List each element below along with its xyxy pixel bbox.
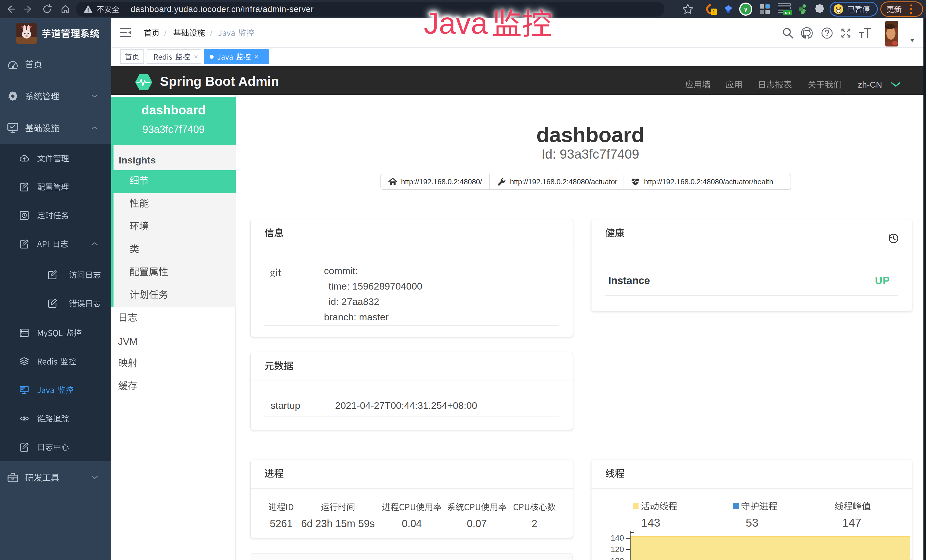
- svg-text:1: 1: [713, 9, 715, 15]
- svg-text:on: on: [785, 10, 790, 15]
- svg-text:y: y: [744, 6, 747, 12]
